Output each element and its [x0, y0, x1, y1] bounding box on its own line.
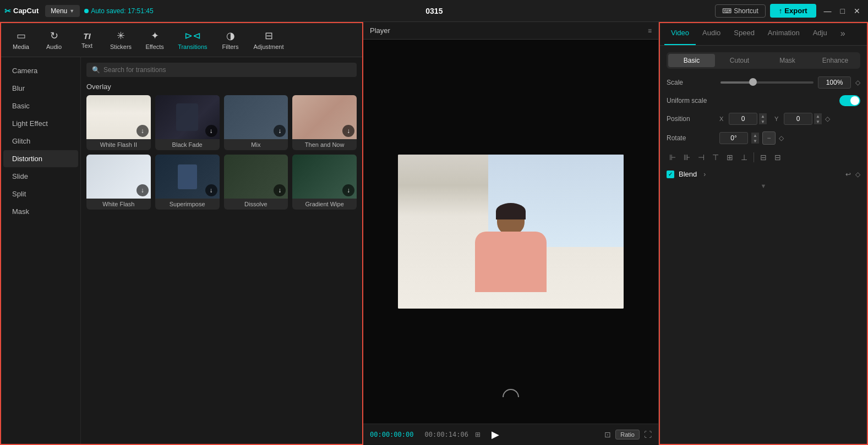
y-step-down[interactable]: ▼	[814, 119, 822, 124]
effects-icon: ✦	[151, 30, 159, 42]
transition-item-black-fade[interactable]: ↓ Black Fade	[155, 95, 220, 150]
toolbar-item-audio[interactable]: ↻ Audio	[39, 26, 69, 53]
align-right[interactable]: ⊣	[695, 151, 707, 163]
menu-button[interactable]: Menu ▼	[45, 5, 80, 17]
player-title: Player	[370, 26, 390, 35]
blend-undo[interactable]: ↩	[845, 171, 851, 178]
position-diamond[interactable]: ◇	[825, 115, 830, 123]
tab-video[interactable]: Video	[664, 23, 696, 45]
scale-slider[interactable]	[720, 81, 814, 84]
toolbar-item-filters[interactable]: ◑ Filters	[215, 26, 246, 53]
rotate-diamond[interactable]: ◇	[779, 134, 784, 142]
sidebar-item-slide[interactable]: Slide	[3, 168, 78, 185]
rotate-reset[interactable]: −	[762, 131, 776, 145]
toolbar-item-transitions[interactable]: ⊳⊲ Transitions	[172, 26, 212, 53]
toolbar-item-text[interactable]: TI Text	[72, 28, 102, 52]
rotate-label: Rotate	[667, 134, 716, 142]
tab-speed[interactable]: Speed	[727, 23, 761, 45]
rotate-step-down[interactable]: ▼	[751, 138, 759, 144]
toolbar-item-media[interactable]: ▭ Media	[6, 26, 36, 53]
right-content: Basic Cutout Mask Enhance Scale 100% ◇ U…	[660, 46, 867, 444]
menu-arrow: ▼	[69, 8, 74, 14]
transitions-grid: 🔍 Overlay ↓ White Flash II	[81, 57, 362, 444]
close-button[interactable]: ✕	[850, 7, 864, 15]
sub-tab-enhance[interactable]: Enhance	[812, 54, 859, 67]
transition-item-white-flash-ii[interactable]: ↓ White Flash II	[86, 95, 151, 150]
toolbar-item-effects[interactable]: ✦ Effects	[139, 26, 170, 53]
blend-checkbox[interactable]: ✓	[667, 171, 674, 178]
right-panel: Video Audio Speed Animation Adju » Basic…	[659, 22, 868, 445]
align-left[interactable]: ⊩	[667, 151, 679, 163]
total-timecode: 00:00:14:06	[424, 431, 468, 438]
minimize-button[interactable]: —	[821, 7, 835, 15]
sidebar-item-split[interactable]: Split	[3, 185, 78, 202]
main-layout: ▭ Media ↻ Audio TI Text ✳ Stickers ✦ Eff…	[0, 22, 868, 445]
tab-animation[interactable]: Animation	[761, 23, 806, 45]
shortcut-button[interactable]: ⌨ Shortcut	[715, 4, 766, 18]
app-name: CapCut	[13, 7, 39, 15]
download-badge: ↓	[205, 184, 217, 196]
position-y-input[interactable]	[784, 113, 812, 125]
x-step-down[interactable]: ▼	[759, 119, 767, 124]
logo-icon: ✂	[4, 7, 11, 15]
current-timecode: 00:00:00:00	[370, 431, 413, 438]
align-distribute-h[interactable]: ⊟	[757, 151, 769, 163]
transition-thumb-then-and-now: ↓	[292, 95, 357, 139]
transition-item-dissolve[interactable]: ↓ Dissolve	[224, 155, 288, 210]
toolbar-item-stickers[interactable]: ✳ Stickers	[105, 26, 137, 53]
align-bottom[interactable]: ⊥	[738, 151, 750, 163]
transition-item-gradient-wipe[interactable]: ↓ Gradient Wipe	[292, 155, 357, 210]
sidebar-item-glitch[interactable]: Glitch	[3, 133, 78, 150]
scale-fill	[720, 81, 753, 84]
transition-item-then-and-now[interactable]: ↓ Then and Now	[292, 95, 357, 150]
position-row: Position X ▲ ▼ Y ▲ ▼ ◇	[667, 113, 860, 125]
search-input[interactable]	[103, 66, 351, 74]
blend-arrow: ›	[703, 171, 706, 178]
ratio-button[interactable]: Ratio	[615, 430, 640, 439]
scale-diamond[interactable]: ◇	[855, 79, 860, 86]
play-button[interactable]: ▶	[492, 428, 499, 441]
transition-item-mix[interactable]: ↓ Mix	[224, 95, 288, 150]
sub-tab-basic[interactable]: Basic	[668, 54, 715, 67]
uniform-scale-toggle[interactable]	[839, 95, 860, 106]
scale-value[interactable]: 100%	[818, 76, 851, 89]
autosave-text: Auto saved: 17:51:45	[91, 7, 153, 15]
align-center-h[interactable]: ⊪	[681, 151, 693, 163]
search-bar[interactable]: 🔍	[86, 63, 357, 77]
stickers-icon: ✳	[117, 30, 125, 42]
sub-tab-cutout[interactable]: Cutout	[716, 54, 763, 67]
export-button[interactable]: ↑ Export	[770, 4, 816, 18]
align-top[interactable]: ⊤	[709, 151, 722, 163]
maximize-button[interactable]: □	[837, 7, 848, 15]
toolbar-item-adjustment[interactable]: ⊟ Adjustment	[248, 26, 290, 53]
sub-tab-mask[interactable]: Mask	[764, 54, 811, 67]
tab-adjust[interactable]: Adju	[806, 23, 834, 45]
rotate-input[interactable]	[719, 132, 748, 144]
crop-icon-btn[interactable]: ⊡	[604, 430, 611, 439]
player-header: Player ≡	[363, 22, 658, 40]
sidebar-item-mask[interactable]: Mask	[3, 203, 78, 220]
fullscreen-button[interactable]: ⛶	[644, 430, 652, 439]
transition-item-white-flash[interactable]: ↓ White Flash	[86, 155, 151, 210]
tab-more[interactable]: »	[834, 23, 852, 45]
sidebar-item-camera[interactable]: Camera	[3, 62, 78, 79]
x-step-up[interactable]: ▲	[759, 113, 767, 119]
sidebar-item-distortion[interactable]: Distortion	[3, 150, 78, 167]
transitions-label: Transitions	[178, 43, 207, 50]
sidebar-item-basic[interactable]: Basic	[3, 97, 78, 114]
align-center-v[interactable]: ⊞	[724, 151, 736, 163]
tab-audio[interactable]: Audio	[696, 23, 727, 45]
grid-view-icon[interactable]: ⊞	[475, 431, 481, 438]
top-right-controls: ⌨ Shortcut ↑ Export — □ ✕	[715, 4, 864, 18]
transition-item-superimpose[interactable]: ↓ Superimpose	[155, 155, 220, 210]
sidebar-item-light-effect[interactable]: Light Effect	[3, 115, 78, 132]
y-step-up[interactable]: ▲	[814, 113, 822, 119]
rotate-step-up[interactable]: ▲	[751, 133, 759, 138]
sidebar-item-blur[interactable]: Blur	[3, 80, 78, 97]
transition-thumb-white-flash-ii: ↓	[86, 95, 151, 139]
blend-diamond[interactable]: ◇	[855, 171, 860, 178]
align-distribute-v[interactable]: ⊟	[772, 151, 784, 163]
align-row: ⊩ ⊪ ⊣ ⊤ ⊞ ⊥ ⊟ ⊟	[667, 151, 860, 163]
player-menu-icon[interactable]: ≡	[648, 27, 652, 35]
position-x-input[interactable]	[729, 113, 757, 125]
